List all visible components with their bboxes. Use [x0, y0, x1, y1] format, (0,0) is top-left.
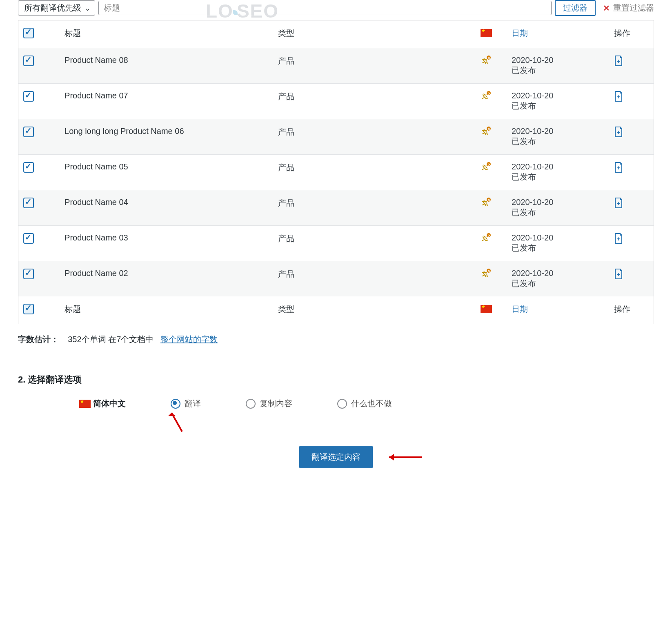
radio-icon — [337, 399, 347, 409]
translate-status-icon[interactable]: 文A✕ — [482, 198, 491, 207]
row-date-cell: 2020-10-20已发布 — [507, 48, 609, 84]
row-status: 已发布 — [512, 243, 604, 254]
row-checkbox[interactable] — [23, 233, 34, 244]
row-checkbox[interactable] — [23, 91, 34, 102]
arrow-annotation-icon — [166, 407, 186, 436]
svg-text:+: + — [617, 200, 620, 207]
row-title: Long long long Product Name 06 — [60, 119, 273, 155]
title-search-input[interactable] — [98, 1, 552, 15]
svg-text:+: + — [617, 165, 620, 171]
row-title: Product Name 08 — [60, 48, 273, 84]
translate-status-icon[interactable]: 文A✕ — [482, 162, 491, 171]
flag-cn-icon — [79, 400, 91, 408]
translate-status-icon[interactable]: 文A✕ — [482, 127, 491, 136]
add-document-icon[interactable]: + — [614, 127, 623, 137]
row-title: Product Name 05 — [60, 155, 273, 190]
row-date: 2020-10-20 — [512, 269, 604, 278]
row-title: Product Name 02 — [60, 261, 273, 297]
svg-text:+: + — [617, 129, 620, 136]
options-row: 简体中文 翻译 复制内容 什么也不做 — [18, 398, 654, 409]
add-document-icon[interactable]: + — [614, 162, 623, 173]
footer-date[interactable]: 日期 — [507, 296, 609, 324]
add-document-icon[interactable]: + — [614, 233, 623, 244]
radio-translate-label: 翻译 — [185, 398, 201, 409]
row-date: 2020-10-20 — [512, 233, 604, 243]
footer-title[interactable]: 标题 — [60, 296, 273, 324]
row-date-cell: 2020-10-20已发布 — [507, 261, 609, 297]
svg-text:A: A — [485, 202, 488, 207]
row-date-cell: 2020-10-20已发布 — [507, 190, 609, 226]
footer-type: 类型 — [273, 296, 465, 324]
svg-text:✕: ✕ — [487, 234, 490, 238]
row-checkbox[interactable] — [23, 127, 34, 137]
flag-cn-icon — [481, 29, 492, 37]
svg-text:✕: ✕ — [487, 163, 490, 167]
row-date-cell: 2020-10-20已发布 — [507, 155, 609, 190]
wordcount-text: 352个单词 在7个文档中 — [68, 335, 154, 344]
svg-text:+: + — [617, 58, 620, 65]
priority-dropdown[interactable]: 所有翻译优先级 ⌄ — [18, 0, 95, 16]
row-date-cell: 2020-10-20已发布 — [507, 119, 609, 155]
add-document-icon[interactable]: + — [614, 198, 623, 208]
translate-status-icon[interactable]: 文A✕ — [482, 91, 491, 100]
radio-translate[interactable]: 翻译 — [171, 398, 201, 409]
table-row: Product Name 04产品文A✕2020-10-20已发布+ — [18, 190, 654, 226]
table-row: Product Name 07产品文A✕2020-10-20已发布+ — [18, 84, 654, 119]
option-language-label: 简体中文 — [93, 398, 126, 409]
row-type: 产品 — [273, 261, 465, 297]
translate-status-icon[interactable]: 文A✕ — [482, 233, 491, 242]
radio-copy[interactable]: 复制内容 — [246, 398, 292, 409]
radio-icon — [246, 399, 256, 409]
select-all-checkbox-top[interactable] — [23, 28, 34, 38]
radio-icon — [171, 399, 180, 409]
row-checkbox[interactable] — [23, 269, 34, 279]
priority-dropdown-label: 所有翻译优先级 — [24, 2, 81, 13]
wordcount-site-link[interactable]: 整个网站的字数 — [160, 335, 218, 344]
header-op: 操作 — [609, 20, 654, 48]
header-title[interactable]: 标题 — [60, 20, 273, 48]
row-checkbox[interactable] — [23, 162, 34, 173]
translate-status-icon[interactable]: 文A✕ — [482, 56, 491, 65]
filter-button[interactable]: 过滤器 — [555, 0, 596, 16]
svg-text:A: A — [485, 238, 488, 242]
radio-copy-label: 复制内容 — [260, 398, 292, 409]
svg-text:+: + — [617, 271, 620, 278]
add-document-icon[interactable]: + — [614, 269, 623, 279]
row-date: 2020-10-20 — [512, 56, 604, 65]
table-row: Product Name 05产品文A✕2020-10-20已发布+ — [18, 155, 654, 190]
header-date[interactable]: 日期 — [507, 20, 609, 48]
row-status: 已发布 — [512, 278, 604, 289]
row-title: Product Name 03 — [60, 226, 273, 261]
svg-text:A: A — [485, 167, 488, 171]
table-row: Product Name 03产品文A✕2020-10-20已发布+ — [18, 226, 654, 261]
select-all-checkbox-bottom[interactable] — [23, 304, 34, 314]
radio-nothing[interactable]: 什么也不做 — [337, 398, 392, 409]
svg-text:✕: ✕ — [487, 92, 490, 96]
close-icon: ✕ — [603, 3, 610, 13]
wordcount-label: 字数估计： — [18, 335, 59, 344]
translation-table: 标题 类型 日期 操作 Product Name 08产品文A✕2020-10-… — [18, 20, 654, 324]
row-type: 产品 — [273, 226, 465, 261]
row-status: 已发布 — [512, 65, 604, 76]
svg-text:A: A — [485, 273, 488, 278]
row-checkbox[interactable] — [23, 56, 34, 66]
row-checkbox[interactable] — [23, 198, 34, 208]
translate-status-icon[interactable]: 文A✕ — [482, 269, 491, 278]
add-document-icon[interactable]: + — [614, 56, 623, 66]
table-row: Long long long Product Name 06产品文A✕2020-… — [18, 119, 654, 155]
row-type: 产品 — [273, 84, 465, 119]
translate-selected-button[interactable]: 翻译选定内容 — [299, 446, 373, 468]
row-type: 产品 — [273, 155, 465, 190]
options-section-title: 2. 选择翻译选项 — [18, 374, 654, 386]
submit-row: 翻译选定内容 — [18, 446, 654, 468]
header-type: 类型 — [273, 20, 465, 48]
add-document-icon[interactable]: + — [614, 91, 623, 102]
svg-text:A: A — [485, 60, 488, 65]
row-date-cell: 2020-10-20已发布 — [507, 226, 609, 261]
header-flag — [465, 20, 507, 48]
footer-op: 操作 — [609, 296, 654, 324]
chevron-down-icon: ⌄ — [85, 4, 91, 13]
row-date: 2020-10-20 — [512, 162, 604, 171]
reset-filters-button[interactable]: ✕ 重置过滤器 — [603, 2, 654, 13]
table-row: Product Name 02产品文A✕2020-10-20已发布+ — [18, 261, 654, 297]
